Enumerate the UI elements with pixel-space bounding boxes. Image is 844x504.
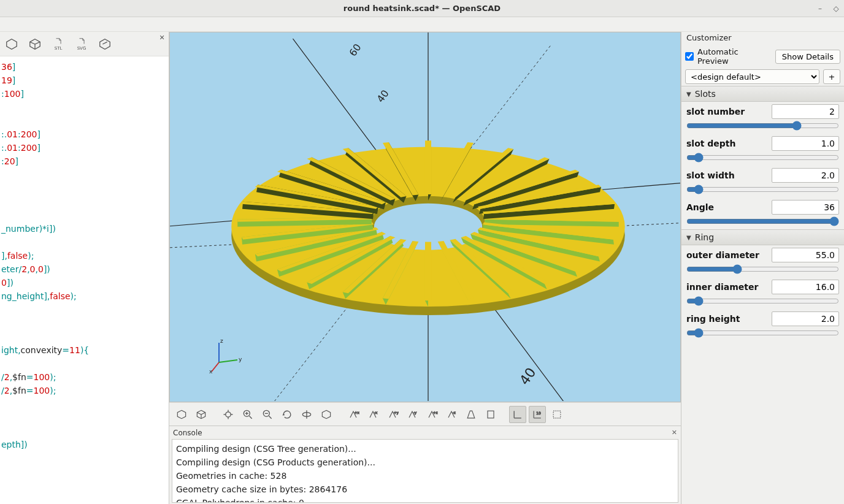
right-view-icon[interactable]: +x — [345, 406, 362, 423]
zoom-in-icon[interactable] — [239, 406, 256, 423]
param-slider[interactable] — [686, 185, 839, 194]
svg-text:+x: +x — [355, 411, 359, 414]
auto-preview-checkbox[interactable] — [685, 52, 694, 61]
add-preset-button[interactable]: + — [823, 69, 840, 84]
console-line: Compiling design (CSG Products generatio… — [176, 456, 674, 469]
show-details-button[interactable]: Show Details — [775, 50, 840, 64]
front-view-icon[interactable]: +y — [384, 406, 401, 423]
minimize-icon[interactable]: – — [816, 4, 824, 13]
svg-marker-5 — [100, 39, 110, 49]
slots-param: slot number — [681, 102, 844, 134]
section-ring[interactable]: ▼ Ring — [681, 229, 844, 245]
param-value-input[interactable] — [772, 248, 839, 262]
export-stl-icon[interactable]: STL — [50, 36, 66, 52]
param-value-input[interactable] — [772, 311, 839, 326]
param-value-input[interactable] — [772, 104, 839, 119]
section-slots-title: Slots — [695, 89, 716, 99]
code-editor[interactable]: 36]19]:100] :.01:200]:.01:200]:20] _numb… — [0, 56, 169, 504]
svg-line-72 — [219, 360, 237, 362]
svg-line-79 — [197, 412, 201, 414]
console-header: Console ✕ — [169, 426, 681, 439]
param-label: Angle — [686, 202, 714, 212]
animate-icon[interactable] — [318, 406, 335, 423]
svg-text:-y: -y — [413, 411, 417, 415]
svg-rect-109 — [553, 411, 561, 418]
left-view-icon[interactable]: -x — [364, 406, 382, 423]
bottom-view-icon[interactable]: -z — [443, 406, 460, 423]
view-all-icon[interactable] — [220, 406, 237, 423]
close-editor-icon[interactable]: ✕ — [158, 33, 166, 42]
show-scale-icon[interactable]: 10 — [529, 406, 546, 423]
collapse-icon: ▼ — [686, 91, 691, 97]
ring-param: inner diameter — [681, 277, 844, 309]
svg-marker-0 — [7, 39, 17, 49]
maximize-icon[interactable]: ◇ — [832, 4, 840, 13]
auto-preview-label: Automatic Preview — [697, 47, 772, 66]
svg-marker-77 — [177, 410, 185, 418]
svg-text:+y: +y — [394, 411, 399, 415]
ring-param: outer diameter — [681, 245, 844, 277]
console-title: Console — [173, 429, 202, 437]
svg-text:+z: +z — [433, 411, 438, 414]
back-view-icon[interactable]: -y — [404, 406, 421, 423]
preset-select[interactable]: <design default> — [685, 69, 819, 84]
svg-text:10: 10 — [536, 411, 541, 415]
3d-viewport[interactable]: 60 40 40 z y — [169, 32, 681, 402]
section-slots[interactable]: ▼ Slots — [681, 86, 844, 102]
zoom-out-icon[interactable] — [259, 406, 276, 423]
send-icon[interactable] — [97, 36, 113, 52]
console-body[interactable]: Compiling design (CSG Tree generation)..… — [172, 439, 678, 503]
svg-line-88 — [250, 416, 252, 418]
param-slider[interactable] — [686, 121, 839, 130]
param-value-input[interactable] — [772, 280, 839, 294]
param-label: slot number — [686, 107, 745, 116]
svg-line-3 — [35, 42, 40, 44]
svg-text:-z: -z — [453, 411, 456, 414]
show-axes-icon[interactable] — [509, 406, 526, 423]
preview-view-icon[interactable] — [173, 406, 190, 423]
perspective-icon[interactable] — [462, 406, 480, 423]
center-pane: 60 40 40 z y — [169, 32, 681, 504]
svg-rect-103 — [488, 411, 494, 418]
slots-param: slot width — [681, 166, 844, 197]
render-icon[interactable] — [27, 36, 43, 52]
top-view-icon[interactable]: +z — [423, 406, 440, 423]
window-title: round heatsink.scad* — OpenSCAD — [343, 4, 501, 13]
customizer-panel: Customizer Automatic Preview Show Detail… — [681, 32, 844, 504]
axis-tick-neg60: 60 — [347, 42, 363, 59]
collapse-icon: ▼ — [686, 234, 691, 241]
param-value-input[interactable] — [772, 136, 839, 151]
svg-text:-x: -x — [374, 411, 378, 414]
window-buttons: – ◇ — [816, 0, 840, 17]
show-crosshair-icon[interactable] — [548, 406, 566, 423]
svg-line-92 — [269, 416, 272, 418]
section-ring-title: Ring — [695, 232, 714, 242]
svg-marker-58 — [425, 140, 431, 194]
reset-view-icon[interactable] — [278, 406, 296, 423]
view-toolbar: +x -x +y -y +z -z 10 — [169, 402, 681, 426]
param-slider[interactable] — [686, 265, 839, 273]
rotate-icon[interactable] — [298, 406, 315, 423]
console-close-icon[interactable]: ✕ — [672, 429, 677, 437]
param-slider[interactable] — [686, 329, 839, 337]
menu-strip — [0, 17, 844, 32]
slots-param: Angle — [681, 197, 844, 229]
param-slider[interactable] — [686, 297, 839, 305]
render-view-icon[interactable] — [193, 406, 210, 423]
param-label: ring height — [686, 314, 740, 324]
axis-gizmo: z y x — [207, 338, 244, 377]
param-label: slot width — [686, 170, 735, 180]
svg-point-82 — [226, 411, 231, 416]
param-label: inner diameter — [686, 282, 758, 292]
param-value-input[interactable] — [772, 200, 839, 215]
console-line: Geometry cache size in bytes: 2864176 — [176, 483, 674, 496]
orthographic-icon[interactable] — [482, 406, 499, 423]
svg-marker-30 — [425, 242, 431, 300]
slots-param: slot depth — [681, 134, 844, 166]
param-slider[interactable] — [686, 217, 839, 226]
param-value-input[interactable] — [772, 168, 839, 183]
export-svg-icon[interactable]: SVG — [74, 36, 90, 52]
param-slider[interactable] — [686, 153, 839, 162]
svg-text:x: x — [209, 368, 213, 375]
preview-icon[interactable] — [4, 36, 20, 52]
